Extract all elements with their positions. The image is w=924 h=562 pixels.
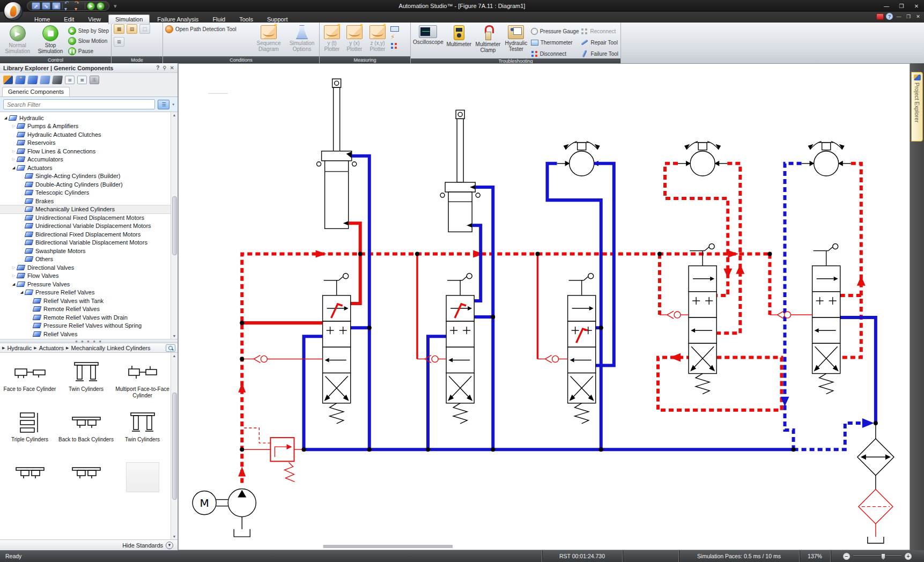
search-more-icon[interactable]: ▾ [172, 102, 174, 107]
maximize-button[interactable]: ❐ [894, 1, 909, 11]
scrollbar-thumb[interactable] [172, 196, 177, 255]
canvas-horizontal-scrollbar[interactable] [323, 545, 453, 548]
simulation-options-button[interactable]: Simulation Options [287, 24, 317, 52]
open-library-icon[interactable] [27, 76, 38, 84]
import-icon[interactable]: ⬈ [32, 2, 40, 10]
cylinder-2[interactable] [440, 110, 480, 232]
directional-valve-2[interactable] [446, 273, 474, 424]
app-logo-icon[interactable] [3, 1, 23, 21]
disconnect-button[interactable]: Disconnect [531, 49, 579, 58]
thermometer-button[interactable]: Thermometer [531, 38, 579, 47]
tree-item[interactable]: ▷ Pumps & Amplifiers [0, 122, 178, 131]
hide-standards-bar[interactable]: Hide Standards ▼ [0, 539, 178, 550]
new-library-icon[interactable] [15, 76, 26, 84]
panel-help-icon[interactable]: ? [156, 65, 159, 71]
tree-item[interactable]: Bidirectional Variable Displacement Moto… [0, 239, 178, 247]
tree-scrollbar[interactable]: ▲ ▼ [171, 112, 178, 339]
tree-item[interactable]: Others [0, 255, 178, 264]
repair-tool-button[interactable]: Repair Tool [581, 38, 618, 47]
tree-item[interactable]: Relief Valves with Check [0, 338, 178, 339]
breadcrumb-actuators[interactable]: Actuators [39, 345, 64, 351]
ribbon-tab-tools[interactable]: Tools [233, 15, 260, 24]
open-path-detection-button[interactable]: ◠ Open Path Detection Tool [165, 24, 236, 34]
tree-arrow-icon[interactable]: ◢ [10, 166, 17, 170]
directional-valve-1[interactable] [323, 273, 351, 424]
panel-splitter[interactable]: ● ● ● ● ● [0, 339, 178, 343]
multimeter-button[interactable]: Multimeter [446, 24, 472, 47]
component-thumbnail[interactable]: Multiport Face-to-Face Cylinder [115, 357, 170, 408]
undo-icon[interactable]: ↶ ▾ [64, 2, 73, 10]
split-window-icon[interactable] [390, 26, 399, 32]
diagram-canvas[interactable]: .pR{stroke:#e60d0d;stroke-width:6;fill:n… [178, 63, 910, 550]
zxy-plotter-button[interactable]: z (x,y) Plotter [367, 24, 388, 52]
minimize-button[interactable]: — [879, 1, 894, 11]
reconnect-button[interactable]: Reconnect [581, 26, 618, 36]
relief-valve[interactable] [242, 428, 304, 482]
hydraulic-schematic[interactable]: .pR{stroke:#e60d0d;stroke-width:6;fill:n… [179, 64, 910, 550]
ribbon-tab-simulation[interactable]: Simulation [108, 14, 150, 24]
oscilloscope-button[interactable]: Oscilloscope [413, 24, 443, 45]
component-thumbnail[interactable]: Back to Back Cylinders [58, 408, 114, 458]
mdi-close-icon[interactable]: ✕ [914, 13, 922, 20]
hydraulic-motor-1[interactable] [557, 142, 607, 176]
lightning-icon[interactable]: ⚡ [390, 33, 399, 41]
slow-motion-button[interactable]: ≡Slow Motion [68, 36, 109, 46]
motor-2-piping[interactable] [658, 164, 782, 410]
panel-pin-icon[interactable]: ⚲ [162, 65, 166, 71]
ribbon-tab-edit[interactable]: Edit [57, 15, 80, 24]
yt-plotter-button[interactable]: y (t) Plotter [322, 24, 342, 52]
sequence-diagram-button[interactable]: Sequence Diagram [254, 24, 284, 52]
mdi-restore-icon[interactable]: ❐ [905, 13, 912, 20]
multimeter-clamp-button[interactable]: Multimeter Clamp [475, 24, 501, 53]
edit-mode-icon[interactable]: ▦ [114, 24, 124, 34]
tree-arrow-icon[interactable]: ◢ [2, 116, 9, 120]
project-explorer-tab[interactable]: Project Explorer [911, 72, 923, 142]
zoom-slider-thumb[interactable] [881, 553, 885, 560]
check-valve-5[interactable] [770, 311, 812, 319]
hide-standards-label[interactable]: Hide Standards [122, 542, 163, 549]
tree-item[interactable]: ▷ Flow Valves [0, 272, 178, 280]
check-valve-3[interactable] [537, 355, 567, 363]
pump-and-motor[interactable]: M [193, 489, 256, 536]
pressure-gauge-button[interactable]: Pressure Gauge [531, 26, 579, 36]
tree-item[interactable]: Mechanically Linked Cylinders [0, 205, 178, 214]
tree-arrow-icon[interactable]: ◢ [10, 282, 17, 286]
check-valve-4[interactable] [660, 311, 689, 319]
tree-item[interactable]: Unidirectional Variable Displacement Mot… [0, 222, 178, 231]
close-button[interactable]: ✕ [909, 1, 924, 11]
component-thumbnail[interactable] [115, 458, 170, 508]
closed-library-icon[interactable] [52, 76, 63, 84]
normal-simulation-button[interactable]: ▶ Normal Simulation [2, 24, 33, 54]
yx-plotter-button[interactable]: y (x) Plotter [344, 24, 365, 52]
tree-item[interactable]: Remote Relief Valves with Drain [0, 313, 178, 322]
zoom-out-button[interactable]: − [843, 553, 850, 560]
step-by-step-button[interactable]: ▶Step by Step [68, 26, 109, 35]
tree-item[interactable]: Remote Relief Valves [0, 305, 178, 314]
selection-mode-icon[interactable]: ⬚ [139, 24, 150, 34]
tree-item[interactable]: Unidirectional Fixed Displacement Motors [0, 213, 178, 222]
zoom-in-button[interactable]: + [905, 553, 912, 560]
thumbnails-scrollbar[interactable]: ▲ ▼ [171, 353, 178, 539]
hydraulic-motor-2[interactable] [678, 142, 727, 176]
scroll-up-icon[interactable]: ▲ [173, 113, 176, 117]
stop-simulation-icon[interactable]: ■ [97, 2, 105, 10]
component-thumbnail[interactable]: Twin Cylinders [115, 408, 170, 458]
notification-icon[interactable] [876, 13, 884, 20]
breadcrumb-mech-linked[interactable]: Mechanically Linked Cylinders [71, 345, 151, 351]
tree-item[interactable]: Pressure Relief Valves without Spring [0, 322, 178, 330]
tab-generic-components[interactable]: Generic Components [2, 87, 70, 97]
component-thumbnail[interactable] [2, 458, 57, 508]
directional-valve-5[interactable] [812, 243, 840, 394]
hydraulic-motor-3[interactable] [802, 142, 851, 176]
tree-arrow-icon[interactable]: ▷ [10, 149, 17, 153]
tree-item[interactable]: Bidirectional Fixed Displacement Motors [0, 230, 178, 239]
tree-item[interactable]: ◢ Pressure Relief Valves [0, 289, 178, 297]
tree-item[interactable]: Swashplate Motors [0, 247, 178, 255]
home-icon[interactable] [3, 76, 13, 84]
tree-item[interactable]: Telescopic Cylinders [0, 189, 178, 197]
add-component-icon[interactable]: ⊞ [114, 37, 124, 47]
pause-button[interactable]: ❚❚Pause [68, 46, 109, 56]
ribbon-tab-home[interactable]: Home [28, 15, 56, 24]
tree-item[interactable]: ◢ Pressure Valves [0, 280, 178, 289]
component-thumbnail[interactable]: Twin Cylinders [58, 357, 114, 408]
